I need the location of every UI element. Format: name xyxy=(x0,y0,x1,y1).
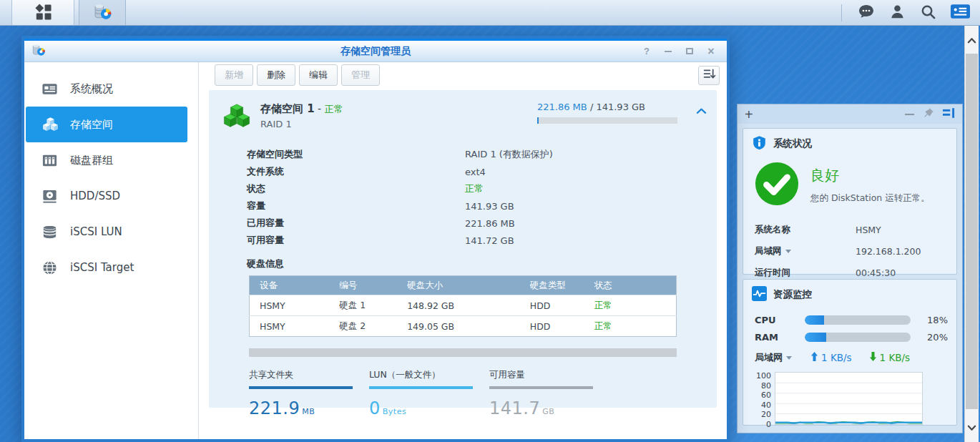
window-controls: ? × xyxy=(638,44,720,59)
help-button[interactable]: ? xyxy=(638,44,655,59)
sidebar-item-overview[interactable]: 系统概况 xyxy=(26,71,187,107)
disk-table-header: 硬盘类型 xyxy=(530,276,594,295)
disk-cell: HDD xyxy=(530,316,594,337)
maximize-button[interactable] xyxy=(681,44,698,59)
chart-tick-label: 0 xyxy=(766,421,771,428)
add-widget-button[interactable]: + xyxy=(745,107,753,122)
collapse-all-icon xyxy=(702,67,716,83)
sidebar-item-volume[interactable]: 存储空间 xyxy=(26,107,187,142)
meter-fill xyxy=(805,333,826,342)
desktop: 存储空间管理员 ? × 系统概况 存储空间 磁盘群组 HDD/SSD iSCSI… xyxy=(0,0,980,442)
sidebar-item-label: 系统概况 xyxy=(70,82,113,96)
chart-y-axis: 100806040200 xyxy=(752,372,775,425)
detail-row: 可用容量141.72 GB xyxy=(247,232,717,249)
meter-row-cpu: CPU 18% xyxy=(752,311,948,328)
minimize-button[interactable] xyxy=(660,44,677,59)
disk-table-header: 硬盘大小 xyxy=(407,276,530,295)
toolbar-delete-button[interactable]: 删除 xyxy=(257,64,295,86)
pin-panel-button[interactable] xyxy=(923,107,934,121)
legend-underline xyxy=(249,386,353,389)
user-menu-button[interactable] xyxy=(889,4,906,22)
lan-selector[interactable]: 局域网 xyxy=(755,351,805,364)
system-info-label: 运行时间 xyxy=(755,267,856,279)
system-health-title-row[interactable]: 系统状况 xyxy=(752,135,948,152)
detail-value: ext4 xyxy=(465,167,486,177)
notifications-icon xyxy=(858,3,875,22)
caret-down-icon xyxy=(786,356,792,360)
sidebar-item-hdd-ssd[interactable]: HDD/SSD xyxy=(26,178,187,214)
volume-details: 存储空间类型RAID 1 (有数据保护)文件系统ext4状态正常容量141.93… xyxy=(247,146,717,249)
disk-cell: HDD xyxy=(530,295,594,316)
minimize-panel-button[interactable] xyxy=(905,114,914,115)
overview-icon xyxy=(41,79,60,98)
disk-cell: 149.05 GB xyxy=(407,316,530,337)
search-button[interactable] xyxy=(920,4,936,22)
main-menu-icon xyxy=(34,3,52,23)
meter-track xyxy=(805,315,911,325)
sidebar-item-iscsi-target[interactable]: iSCSI Target xyxy=(26,250,187,285)
sidebar-item-iscsi-lun[interactable]: iSCSI LUN xyxy=(26,214,187,250)
volume-header: 存储空间 1 - 正常 RAID 1 221.86 MB / 141.93 GB xyxy=(209,102,717,134)
pilot-view-button[interactable] xyxy=(951,4,970,21)
system-info-label: 系统名称 xyxy=(755,224,856,236)
iscsi-target-icon xyxy=(41,258,60,277)
upload-arrow-icon xyxy=(810,352,818,363)
legend-block: 共享文件夹 221.9MB xyxy=(249,369,353,418)
window-titlebar[interactable]: 存储空间管理员 ? × xyxy=(24,41,727,62)
chart-tick-label: 40 xyxy=(761,401,771,409)
disk-table-header: 设备 xyxy=(250,276,340,295)
disk-row[interactable]: HSMY硬盘 1148.92 GBHDD正常 xyxy=(250,295,677,316)
system-info-row: 局域网 192.168.1.200 xyxy=(752,240,948,262)
system-info-label[interactable]: 局域网 xyxy=(755,245,856,257)
detail-value: 221.86 MB xyxy=(465,218,515,229)
collapse-volume-button[interactable] xyxy=(696,103,707,119)
toolbar: 新增删除编辑管理 xyxy=(199,62,727,88)
notifications-button[interactable] xyxy=(858,3,875,22)
iscsi-lun-icon xyxy=(41,222,60,241)
shield-info-icon xyxy=(752,135,767,152)
resource-monitor-title-row[interactable]: 资源监控 xyxy=(752,286,948,303)
chart-tick-label: 20 xyxy=(761,411,771,418)
disk-row[interactable]: HSMY硬盘 2149.05 GBHDD正常 xyxy=(250,316,677,337)
taskbar-right xyxy=(841,0,980,25)
detail-label: 文件系统 xyxy=(247,165,465,178)
dock-panel-button[interactable] xyxy=(943,108,955,120)
disk-cell: HSMY xyxy=(250,295,340,316)
chart-tick-label: 80 xyxy=(761,382,771,390)
chart-tick-label: 100 xyxy=(756,372,771,380)
volume-raid-type: RAID 1 xyxy=(260,119,343,129)
collapse-all-button[interactable] xyxy=(698,66,720,85)
storage-manager-task-button[interactable] xyxy=(79,0,126,25)
sidebar-item-label: 存储空间 xyxy=(70,118,113,132)
scroll-down-button[interactable] xyxy=(965,413,979,441)
taskbar xyxy=(0,0,980,26)
disk-cell: 正常 xyxy=(594,295,677,316)
volume-panel: 存储空间 1 - 正常 RAID 1 221.86 MB / 141.93 GB xyxy=(209,90,717,408)
desktop-scrollbar[interactable] xyxy=(964,26,979,442)
scrollbar-thumb[interactable] xyxy=(966,54,978,409)
legend-value: 141.7GB xyxy=(489,398,593,418)
disk-table-body: HSMY硬盘 1148.92 GBHDD正常HSMY硬盘 2149.05 GBH… xyxy=(250,295,677,337)
detail-value: 141.93 GB xyxy=(465,201,514,212)
capacity-bar xyxy=(249,348,677,357)
minimize-icon xyxy=(665,51,672,52)
detail-value: 正常 xyxy=(465,182,484,195)
disk-cell: 硬盘 2 xyxy=(339,316,407,337)
detail-label: 已用容量 xyxy=(247,217,465,230)
main-menu-button[interactable] xyxy=(11,0,74,25)
toolbar-edit-button[interactable]: 编辑 xyxy=(299,64,338,86)
maximize-icon xyxy=(686,48,693,54)
taskbar-left xyxy=(0,0,126,25)
detail-value: RAID 1 (有数据保护) xyxy=(465,148,553,161)
minimize-panel-icon xyxy=(905,114,914,115)
system-info-value: 00:45:30 xyxy=(856,267,896,278)
close-button[interactable]: × xyxy=(702,44,720,59)
scroll-up-button[interactable] xyxy=(965,26,979,53)
sidebar-item-disk-group[interactable]: 磁盘群组 xyxy=(26,142,187,178)
meter-track xyxy=(805,333,911,342)
system-info-value: 192.168.1.200 xyxy=(856,246,921,257)
chevron-up-icon xyxy=(696,106,707,117)
meter-fill xyxy=(805,315,824,325)
legend-label: LUN（一般文件） xyxy=(369,369,473,381)
legend-underline xyxy=(369,386,473,389)
